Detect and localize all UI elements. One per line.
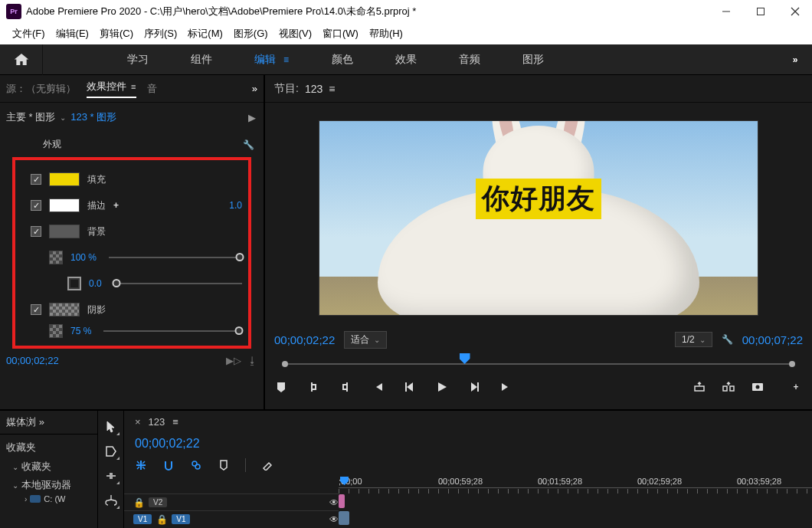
close-icon[interactable]: × — [135, 416, 141, 428]
workspace-tab-learn[interactable]: 学习 — [127, 53, 149, 67]
track-v2-header[interactable]: 🔒 V2 👁 — [124, 494, 339, 510]
tree-local-drives[interactable]: ⌄本地驱动器 — [5, 476, 93, 494]
drive-c[interactable]: ›C: (W — [5, 494, 93, 503]
fill-color-swatch[interactable] — [49, 172, 80, 186]
menu-file[interactable]: 文件(F) — [11, 25, 47, 42]
minimize-button[interactable] — [709, 0, 743, 23]
clip-sequence[interactable]: 123 * 图形 — [70, 110, 116, 124]
shadow-checkbox[interactable] — [31, 304, 41, 315]
home-button[interactable] — [0, 44, 43, 75]
source-tabs-overflow[interactable]: » — [252, 83, 257, 94]
add-stroke-button[interactable]: + — [113, 200, 119, 211]
export-frame-button[interactable] — [751, 380, 765, 394]
border-slider[interactable] — [114, 283, 242, 284]
menu-clip[interactable]: 剪辑(C) — [98, 25, 135, 42]
opacity-slider[interactable] — [109, 257, 242, 258]
menu-help[interactable]: 帮助(H) — [368, 25, 404, 42]
clip-master[interactable]: 主要 * 图形 — [6, 110, 55, 124]
stroke-color-swatch[interactable] — [49, 198, 80, 212]
settings-wrench-icon[interactable]: 🔧 — [722, 334, 733, 345]
svg-rect-4 — [405, 382, 407, 392]
resolution-dropdown[interactable]: 1/2⌄ — [675, 332, 712, 347]
linked-selection-button[interactable] — [190, 459, 202, 471]
lock-icon[interactable]: 🔒 — [156, 514, 167, 525]
workspace-tab-color[interactable]: 颜色 — [332, 53, 353, 67]
razor-tool[interactable] — [104, 494, 118, 507]
track-select-tool[interactable] — [104, 444, 118, 458]
effect-controls-timecode[interactable]: 00;00;02;22 — [6, 355, 59, 366]
menu-edit[interactable]: 编辑(E) — [54, 25, 90, 42]
program-tab[interactable]: 节目: 123 ≡ — [265, 75, 812, 103]
marker-button[interactable] — [218, 459, 230, 471]
eye-icon[interactable]: 👁 — [329, 514, 339, 525]
timeline-timecode[interactable]: 00;00;02;22 — [135, 437, 200, 451]
track-v2-chip[interactable]: V2 — [149, 497, 167, 507]
eye-icon[interactable]: 👁 — [329, 497, 339, 508]
menu-mark[interactable]: 标记(M) — [186, 25, 224, 42]
tab-source[interactable]: 源：（无剪辑） — [6, 82, 76, 96]
export-frame-icon[interactable]: ⭳ — [247, 355, 257, 366]
tree-favorites[interactable]: ⌄收藏夹 — [5, 457, 93, 476]
background-checkbox[interactable] — [31, 226, 41, 237]
selection-tool[interactable] — [104, 420, 118, 434]
step-back-button[interactable] — [403, 380, 417, 394]
track-v1-header[interactable]: V1 🔒 V1 👁 — [124, 510, 339, 527]
workspace-tab-assembly[interactable]: 组件 — [191, 53, 212, 67]
maximize-button[interactable] — [743, 0, 778, 23]
workspace-tab-graphics[interactable]: 图形 — [522, 53, 544, 67]
opacity-value[interactable]: 100 % — [70, 252, 97, 263]
mark-in-button[interactable] — [306, 380, 320, 394]
workspace-overflow[interactable]: » — [778, 54, 812, 65]
shadow-opacity-slider[interactable] — [103, 330, 242, 332]
go-to-in-button[interactable] — [371, 380, 385, 394]
ripple-edit-tool[interactable] — [104, 469, 118, 483]
lock-icon[interactable]: 🔒 — [133, 497, 144, 508]
fit-dropdown[interactable]: 适合⌄ — [344, 331, 387, 349]
settings-button[interactable] — [261, 459, 273, 471]
clip-video[interactable] — [339, 511, 349, 525]
shadow-color-swatch[interactable] — [49, 303, 80, 316]
wrench-icon[interactable]: 🔧 — [243, 139, 254, 150]
media-browser-tab[interactable]: 媒体浏 » — [0, 411, 97, 435]
timeline-ruler[interactable]: ;00;00 00;00;59;28 00;01;59;28 00;02;59;… — [124, 477, 812, 494]
workspace-tab-audio[interactable]: 音频 — [459, 53, 480, 67]
timeline-tab[interactable]: × 123 ≡ — [124, 411, 812, 432]
track-v1-left-chip[interactable]: V1 — [133, 514, 152, 524]
menu-graphics[interactable]: 图形(G) — [232, 25, 270, 42]
lift-button[interactable] — [692, 380, 706, 394]
background-color-swatch[interactable] — [49, 225, 80, 238]
extract-button[interactable] — [722, 380, 735, 394]
shadow-opacity-value[interactable]: 75 % — [70, 326, 91, 336]
stroke-width-value[interactable]: 1.0 — [229, 200, 242, 211]
prop-fill: 填充 — [15, 166, 248, 192]
tab-effect-controls[interactable]: 效果控件≡ — [87, 80, 136, 98]
mark-out-button[interactable] — [339, 380, 352, 394]
program-monitor-viewport[interactable]: 你好朋友 — [265, 103, 812, 328]
insert-button[interactable] — [135, 459, 147, 471]
program-timecode-left[interactable]: 00;00;02;22 — [274, 333, 335, 346]
close-button[interactable] — [778, 0, 812, 23]
playhead-only-icon[interactable]: ▶▷ — [226, 355, 241, 366]
overflow-icon[interactable]: » — [39, 416, 44, 428]
menu-view[interactable]: 视图(V) — [277, 25, 313, 42]
step-forward-button[interactable] — [467, 380, 481, 394]
menu-sequence[interactable]: 序列(S) — [142, 25, 178, 42]
clip-graphic[interactable] — [339, 494, 345, 508]
fill-checkbox[interactable] — [31, 174, 41, 185]
border-value[interactable]: 0.0 — [89, 278, 102, 289]
go-to-out-button[interactable] — [499, 380, 513, 394]
button-editor-toggle[interactable]: + — [789, 380, 803, 394]
menu-window[interactable]: 窗口(W) — [321, 25, 360, 42]
workspace-tab-effects[interactable]: 效果 — [395, 53, 417, 67]
play-button[interactable] — [435, 380, 449, 394]
program-scrubber[interactable] — [274, 356, 803, 372]
playhead-icon[interactable] — [460, 353, 470, 364]
add-marker-button[interactable] — [274, 380, 288, 394]
snap-button[interactable] — [162, 459, 175, 471]
tab-audio-truncated[interactable]: 音 — [147, 82, 157, 96]
workspace-tab-editing[interactable]: 编辑≡ — [254, 53, 290, 67]
ruler-label: 00;00;59;28 — [438, 477, 483, 486]
appearance-header: 外观 🔧 — [6, 132, 257, 157]
stroke-checkbox[interactable] — [31, 200, 41, 211]
track-v1-chip[interactable]: V1 — [172, 514, 190, 524]
